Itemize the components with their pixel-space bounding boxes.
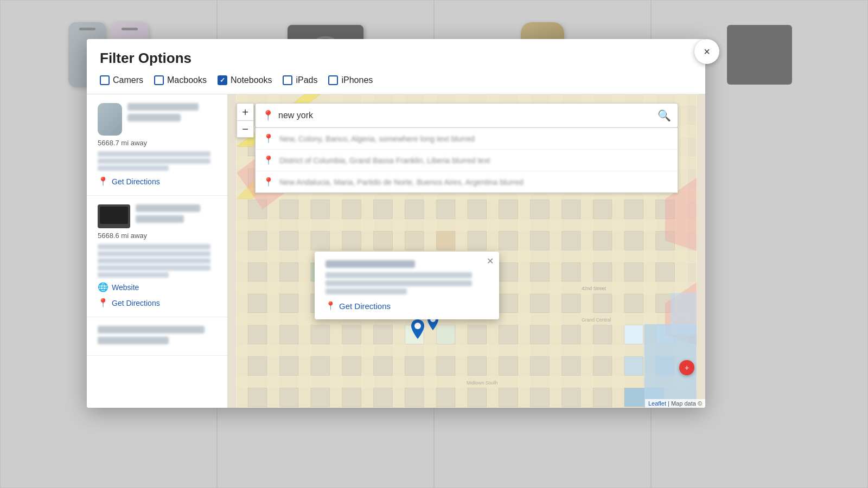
svg-rect-109: [624, 262, 643, 281]
svg-rect-97: [248, 262, 267, 281]
svg-rect-146: [468, 357, 487, 376]
svg-rect-107: [561, 262, 580, 281]
map-attribution: Leaflet | Map data ©: [645, 399, 705, 408]
macbooks-label: Macbooks: [167, 75, 207, 85]
store1-get-directions[interactable]: 📍 Get Directions: [98, 176, 216, 187]
store2-website[interactable]: 🌐 Website: [98, 282, 216, 292]
svg-rect-94: [593, 231, 612, 250]
close-icon: ×: [704, 46, 710, 58]
svg-rect-163: [561, 388, 580, 407]
svg-rect-90: [468, 231, 487, 250]
store2-get-directions[interactable]: 📍 Get Directions: [98, 298, 216, 308]
popup-get-directions[interactable]: 📍 Get Directions: [326, 301, 488, 311]
filter-ipads[interactable]: iPads: [283, 75, 317, 85]
suggestion-1[interactable]: 📍 New, Colony, Banco, Algeria, somewhere…: [256, 128, 678, 150]
iphones-label: iPhones: [341, 75, 373, 85]
svg-rect-150: [593, 357, 612, 376]
svg-rect-78: [531, 200, 550, 219]
close-button[interactable]: ×: [694, 39, 719, 64]
svg-rect-80: [593, 200, 612, 219]
store2-addr1: [98, 244, 210, 249]
svg-rect-105: [499, 262, 518, 281]
suggestion-3[interactable]: 📍 New Andalucia, Maria, Partido de Norte…: [256, 171, 678, 192]
popup-address-3: [326, 288, 407, 294]
svg-rect-108: [593, 262, 612, 281]
svg-rect-106: [531, 262, 550, 281]
ipads-checkbox[interactable]: [283, 75, 292, 85]
popup-directions-label: Get Directions: [339, 301, 391, 311]
svg-rect-92: [531, 231, 550, 250]
svg-rect-84: [279, 231, 298, 250]
filter-notebooks[interactable]: Notebooks: [218, 75, 272, 85]
map-marker-1[interactable]: [411, 319, 424, 341]
svg-rect-73: [374, 200, 393, 219]
location-search-input[interactable]: [278, 111, 658, 120]
iphones-checkbox[interactable]: [328, 75, 338, 85]
zoom-controls: + −: [237, 103, 254, 138]
suggestion-2[interactable]: 📍 District of Columbia, Grand Bassa Fran…: [256, 150, 678, 171]
suggestion-text-3: New Andalucia, Maria, Partido de Norte, …: [279, 178, 524, 187]
svg-rect-137: [624, 325, 643, 344]
notebooks-checkbox[interactable]: [218, 75, 227, 85]
macbooks-checkbox[interactable]: [154, 75, 164, 85]
svg-rect-154: [279, 388, 298, 407]
svg-text:Grand Central: Grand Central: [582, 317, 611, 323]
svg-rect-74: [405, 200, 424, 219]
svg-rect-153: [248, 388, 267, 407]
svg-rect-129: [374, 325, 393, 344]
filter-macbooks[interactable]: Macbooks: [154, 75, 207, 85]
svg-rect-159: [436, 388, 455, 407]
leaflet-link[interactable]: Leaflet: [648, 400, 666, 407]
svg-rect-149: [561, 357, 580, 376]
svg-rect-157: [374, 388, 393, 407]
svg-rect-91: [499, 231, 518, 250]
store1-addr1: [98, 151, 210, 157]
svg-point-182: [414, 323, 421, 329]
svg-rect-156: [342, 388, 361, 407]
popup-close-button[interactable]: ✕: [487, 256, 494, 266]
svg-rect-88: [405, 231, 424, 250]
search-button[interactable]: 🔍: [658, 109, 671, 122]
svg-rect-110: [656, 262, 675, 281]
zoom-out-button[interactable]: −: [237, 120, 254, 138]
suggestion-pin-2: 📍: [263, 155, 274, 165]
camers-checkbox[interactable]: [100, 75, 110, 85]
search-suggestions: 📍 New, Colony, Banco, Algeria, somewhere…: [255, 128, 678, 193]
current-location-button[interactable]: +: [679, 360, 694, 375]
modal-title: Filter Options: [100, 50, 692, 67]
svg-rect-136: [593, 325, 612, 344]
svg-rect-131: [436, 325, 455, 344]
map-search-bar: 📍 🔍: [255, 103, 678, 128]
popup-address-2: [326, 280, 472, 286]
suggestion-text-1: New, Colony, Banco, Algeria, somewhere l…: [279, 134, 475, 143]
filter-options: Camers Macbooks Notebooks iPads iPhones: [100, 75, 692, 85]
svg-rect-158: [405, 388, 424, 407]
store2-website-label: Website: [112, 283, 139, 292]
search-pin-icon: 📍: [262, 110, 274, 121]
svg-rect-148: [531, 357, 550, 376]
svg-rect-132: [468, 325, 487, 344]
svg-rect-79: [561, 200, 580, 219]
svg-rect-93: [561, 231, 580, 250]
svg-text:Midtown South: Midtown South: [467, 380, 497, 386]
globe-icon: 🌐: [98, 282, 108, 292]
svg-rect-83: [248, 231, 267, 250]
search-icon: 🔍: [658, 110, 671, 121]
svg-rect-98: [279, 262, 298, 281]
svg-rect-147: [499, 357, 518, 376]
store1-addr3: [98, 165, 169, 171]
filter-iphones[interactable]: iPhones: [328, 75, 373, 85]
svg-rect-162: [531, 388, 550, 407]
svg-rect-155: [311, 388, 330, 407]
svg-rect-139: [248, 357, 267, 376]
svg-text:42nd Street: 42nd Street: [582, 286, 606, 291]
store2-name-blurred: [136, 204, 200, 212]
location-icon-2: 📍: [98, 298, 108, 308]
svg-rect-121: [561, 294, 580, 313]
zoom-in-button[interactable]: +: [237, 103, 254, 120]
store1-name-blurred: [127, 103, 199, 111]
svg-rect-123: [624, 294, 643, 313]
filter-camers[interactable]: Camers: [100, 75, 143, 85]
svg-rect-151: [624, 357, 643, 376]
svg-rect-111: [248, 294, 267, 313]
